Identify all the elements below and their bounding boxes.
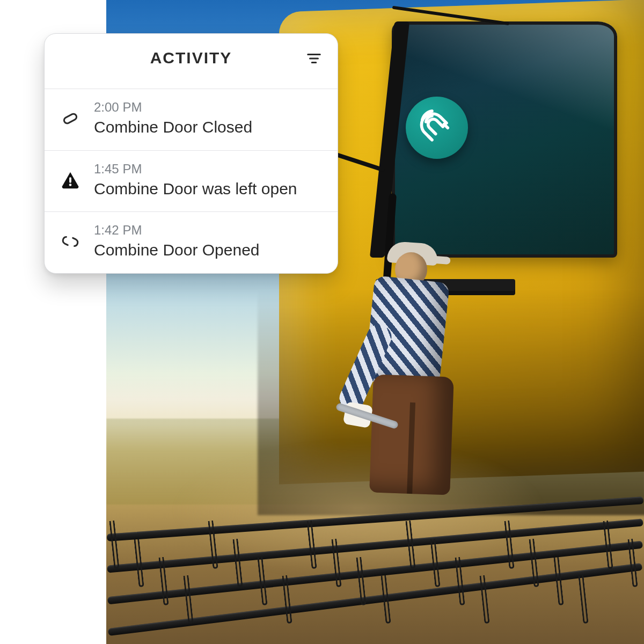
svg-rect-6 [69,178,71,183]
warning-icon [58,168,82,192]
svg-point-7 [69,184,72,186]
activity-row[interactable]: 2:00 PM Combine Door Closed [45,89,338,150]
closed-pill-icon [58,107,82,130]
farmer-figure [337,215,477,494]
activity-time: 1:42 PM [94,223,324,238]
activity-row[interactable]: 1:45 PM Combine Door was left open [45,150,338,212]
activity-card-header: ACTIVITY [45,34,338,89]
svg-line-1 [428,136,432,140]
activity-message: Combine Door Closed [94,117,324,137]
filter-icon [306,50,322,69]
activity-text: 2:00 PM Combine Door Closed [94,100,324,137]
svg-rect-5 [63,113,77,125]
activity-text: 1:42 PM Combine Door Opened [94,223,324,260]
magnet-signal-icon [418,107,456,148]
activity-time: 1:45 PM [94,162,324,177]
filter-button[interactable] [303,49,325,70]
activity-card: ACTIVITY 2:00 PM Combine [44,33,338,274]
svg-line-0 [444,125,448,128]
activity-title: ACTIVITY [60,49,323,67]
stage: ACTIVITY 2:00 PM Combine [0,0,644,644]
activity-time: 2:00 PM [94,100,324,115]
sensor-badge [406,97,468,159]
activity-message: Combine Door Opened [94,240,324,260]
open-pill-icon [58,230,82,253]
activity-text: 1:45 PM Combine Door was left open [94,162,324,199]
activity-message: Combine Door was left open [94,179,324,199]
activity-row[interactable]: 1:42 PM Combine Door Opened [45,211,338,273]
